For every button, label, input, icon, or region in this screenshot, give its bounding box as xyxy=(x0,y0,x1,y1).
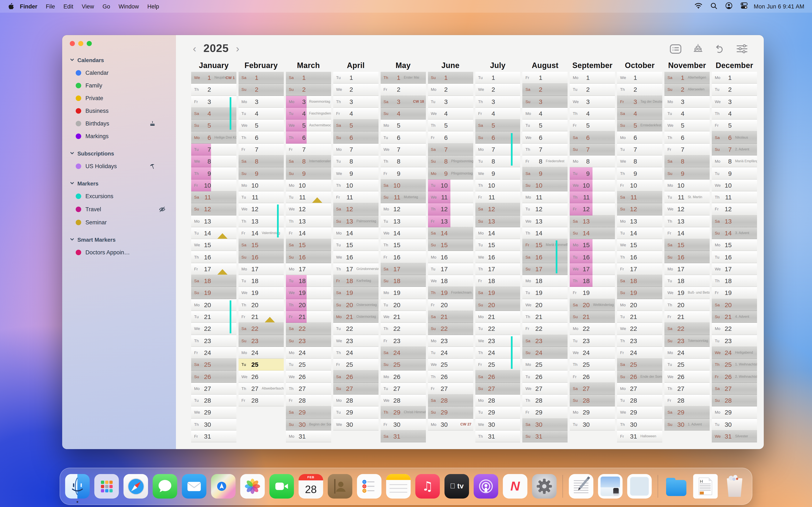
day-cell-october-23[interactable]: Th23 xyxy=(617,335,662,347)
day-cell-december-13[interactable]: Sa13 xyxy=(712,215,757,227)
day-cell-august-17[interactable]: Su17 xyxy=(522,263,568,275)
day-cell-october-3[interactable]: Fr3Tag der Deutschen Einheit xyxy=(617,96,662,108)
day-cell-july-27[interactable]: Su27 xyxy=(475,383,520,395)
undo-icon[interactable] xyxy=(715,44,725,56)
day-cell-july-17[interactable]: Th17 xyxy=(475,263,520,275)
day-cell-may-18[interactable]: Su18 xyxy=(380,275,426,287)
day-cell-may-9[interactable]: Fr9 xyxy=(380,168,426,180)
day-cell-may-11[interactable]: Su11Muttertag xyxy=(380,191,426,204)
day-cell-april-4[interactable]: Fr4 xyxy=(333,108,378,120)
day-cell-march-29[interactable]: Sa29 xyxy=(286,407,331,419)
day-cell-january-19[interactable]: Su19 xyxy=(191,287,237,299)
day-cell-may-26[interactable]: Mo26 xyxy=(380,371,426,383)
day-cell-july-29[interactable]: Tu29 xyxy=(475,407,520,419)
day-cell-august-4[interactable]: Mo4 xyxy=(522,108,568,120)
day-cell-july-14[interactable]: Mo14 xyxy=(475,227,520,239)
day-cell-february-24[interactable]: Mo24 xyxy=(239,347,284,359)
day-cell-january-2[interactable]: Th2 xyxy=(191,84,237,96)
day-cell-march-27[interactable]: Th27 xyxy=(286,383,331,395)
sidebar-item-seminar[interactable]: Seminar xyxy=(76,219,176,226)
day-cell-march-12[interactable]: We12 xyxy=(286,204,331,216)
day-cell-may-30[interactable]: Fr30 xyxy=(380,418,426,431)
day-cell-august-28[interactable]: Th28 xyxy=(522,395,568,407)
day-cell-september-24[interactable]: We24 xyxy=(570,347,615,359)
day-cell-july-30[interactable]: We30 xyxy=(475,418,520,431)
day-cell-july-16[interactable]: We16 xyxy=(475,251,520,263)
day-cell-august-16[interactable]: Sa16 xyxy=(522,251,568,263)
day-cell-january-25[interactable]: Sa25 xyxy=(191,359,237,371)
dock-icon-music[interactable]: ♫ xyxy=(415,474,440,499)
day-cell-september-7[interactable]: Su7 xyxy=(570,144,615,156)
day-cell-may-5[interactable]: Mo5 xyxy=(380,120,426,131)
day-cell-october-21[interactable]: Tu21 xyxy=(617,311,662,323)
day-cell-june-30[interactable]: Mo30CW 27 xyxy=(428,418,473,431)
day-cell-october-12[interactable]: Su12 xyxy=(617,204,662,216)
day-cell-march-31[interactable]: Mo31 xyxy=(286,431,331,443)
day-cell-september-10[interactable]: We10 xyxy=(570,179,615,191)
day-cell-october-27[interactable]: Mo27 xyxy=(617,383,662,395)
day-cell-december-10[interactable]: We10 xyxy=(712,179,757,191)
day-cell-november-7[interactable]: Fr7 xyxy=(664,144,710,156)
day-cell-december-16[interactable]: Tu16 xyxy=(712,251,757,263)
day-cell-november-26[interactable]: We26 xyxy=(664,371,710,383)
day-cell-may-3[interactable]: Sa3CW 18 xyxy=(380,96,426,108)
day-cell-september-26[interactable]: Fr26 xyxy=(570,371,615,383)
day-cell-march-4[interactable]: Tu4Faschingsdienstag xyxy=(286,108,331,120)
day-cell-january-28[interactable]: Tu28 xyxy=(191,395,237,407)
sidebar-item-family[interactable]: Family xyxy=(76,82,176,89)
day-cell-july-2[interactable]: We2 xyxy=(475,84,520,96)
day-cell-april-11[interactable]: Fr11 xyxy=(333,191,378,204)
day-cell-december-21[interactable]: Su214. Advent xyxy=(712,311,757,323)
day-cell-july-12[interactable]: Sa12 xyxy=(475,204,520,216)
day-cell-september-1[interactable]: Mo1 xyxy=(570,72,615,84)
day-cell-december-26[interactable]: Fr262. Weihnachtsfeiertag xyxy=(712,371,757,383)
day-cell-november-13[interactable]: Th13 xyxy=(664,215,710,227)
day-cell-september-6[interactable]: Sa6 xyxy=(570,131,615,144)
dock-icon-preview[interactable] xyxy=(598,474,622,499)
day-cell-august-27[interactable]: We27 xyxy=(522,383,568,395)
day-cell-january-7[interactable]: Tu7 xyxy=(191,144,237,156)
day-cell-june-12[interactable]: Th12 xyxy=(428,204,473,216)
day-cell-april-23[interactable]: We23 xyxy=(333,335,378,347)
day-cell-may-19[interactable]: Mo19 xyxy=(380,287,426,299)
day-cell-july-13[interactable]: Su13 xyxy=(475,215,520,227)
day-cell-november-24[interactable]: Mo24 xyxy=(664,347,710,359)
day-cell-february-8[interactable]: Sa8 xyxy=(239,156,284,168)
filter-sliders-icon[interactable] xyxy=(736,44,748,55)
day-cell-march-20[interactable]: Th20 xyxy=(286,299,331,311)
day-cell-june-9[interactable]: Mo9Pfingstmontag xyxy=(428,168,473,180)
event-list-icon[interactable] xyxy=(670,44,681,55)
day-cell-september-28[interactable]: Su28 xyxy=(570,395,615,407)
day-cell-december-27[interactable]: Sa27 xyxy=(712,383,757,395)
sidebar-item-us-holidays[interactable]: US Holidays xyxy=(76,163,176,169)
day-cell-may-22[interactable]: Th22 xyxy=(380,323,426,335)
day-cell-february-28[interactable]: Fr28 xyxy=(239,395,284,407)
day-cell-april-3[interactable]: Th3 xyxy=(333,96,378,108)
sidebar-item-calendar[interactable]: Calendar xyxy=(76,70,176,76)
day-cell-september-23[interactable]: Tu23 xyxy=(570,335,615,347)
dock-icon-tv[interactable]:  tv xyxy=(445,474,469,499)
day-cell-february-21[interactable]: Fr21 xyxy=(239,311,284,323)
day-cell-january-30[interactable]: Th30 xyxy=(191,418,237,431)
day-cell-december-5[interactable]: Fr5 xyxy=(712,120,757,131)
day-cell-april-12[interactable]: Sa12 xyxy=(333,204,378,216)
day-cell-february-20[interactable]: Th20 xyxy=(239,299,284,311)
dock-icon-facetime[interactable] xyxy=(269,474,294,499)
day-cell-april-22[interactable]: Tu22 xyxy=(333,323,378,335)
day-cell-august-1[interactable]: Fr1 xyxy=(522,72,568,84)
day-cell-april-15[interactable]: Tu15 xyxy=(333,239,378,251)
menu-edit[interactable]: Edit xyxy=(63,3,73,9)
day-cell-july-25[interactable]: Fr25 xyxy=(475,359,520,371)
day-cell-august-18[interactable]: Mo18 xyxy=(522,275,568,287)
day-cell-october-16[interactable]: Th16 xyxy=(617,251,662,263)
dock-icon-trash[interactable] xyxy=(722,474,747,499)
dock-icon-mail[interactable] xyxy=(182,474,206,499)
day-cell-november-21[interactable]: Fr21 xyxy=(664,311,710,323)
day-cell-august-25[interactable]: Mo25 xyxy=(522,359,568,371)
day-cell-september-3[interactable]: We3 xyxy=(570,96,615,108)
day-cell-september-19[interactable]: Fr19 xyxy=(570,287,615,299)
day-cell-july-23[interactable]: We23 xyxy=(475,335,520,347)
day-cell-october-26[interactable]: Su26Ende der Sommerzeit xyxy=(617,371,662,383)
day-cell-may-20[interactable]: Tu20 xyxy=(380,299,426,311)
menu-view[interactable]: View xyxy=(82,3,94,9)
